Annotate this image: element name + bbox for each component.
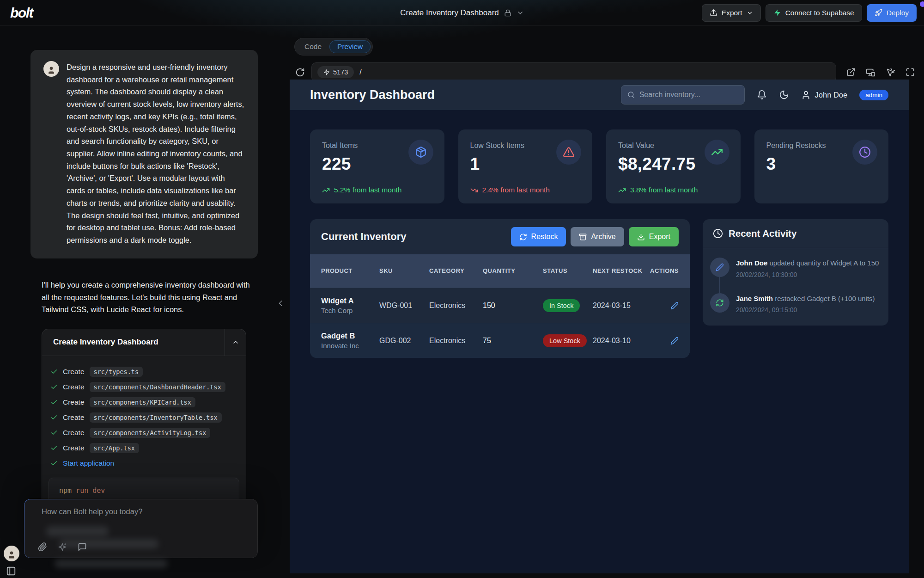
table-row[interactable]: Widget A Tech Corp WDG-001 Electronics 1… (310, 288, 690, 323)
step-file[interactable]: src/components/ActivityLog.tsx (90, 428, 211, 438)
bolt-logo[interactable]: bolt (7, 5, 33, 21)
artifact-step: Create src/components/ActivityLog.tsx (50, 425, 237, 441)
dark-mode-toggle-icon[interactable] (779, 90, 789, 100)
project-title-group[interactable]: Create Inventory Dashboard (400, 8, 524, 18)
project-title: Create Inventory Dashboard (400, 8, 499, 18)
redacted-text (55, 560, 168, 568)
export-button[interactable]: Export (629, 227, 679, 246)
user-avatar (43, 61, 59, 77)
cell-quantity[interactable]: 150 (483, 301, 543, 310)
step-file[interactable]: src/App.tsx (90, 443, 139, 453)
chevron-down-icon[interactable] (517, 9, 524, 17)
check-icon (50, 444, 58, 452)
search-icon (627, 91, 635, 99)
step-file[interactable]: src/components/KPICard.tsx (90, 397, 195, 407)
port-pill[interactable]: 5173 (317, 66, 354, 78)
step-action: Create (63, 383, 85, 391)
step-file[interactable]: src/components/DashboardHeader.tsx (90, 382, 225, 392)
user-message: Design a responsive and user-friendly in… (30, 50, 258, 258)
alert-triangle-icon (556, 140, 581, 165)
upload-icon (710, 9, 717, 17)
command-program: npm (59, 486, 72, 495)
tab-code[interactable]: Code (297, 40, 329, 53)
column-quantity: Quantity (483, 267, 543, 275)
supabase-label: Connect to Supabase (785, 9, 854, 17)
chat-input[interactable] (42, 507, 247, 526)
start-application-link[interactable]: Start application (63, 459, 114, 467)
deploy-button[interactable]: Deploy (867, 4, 917, 22)
top-bar: bolt Create Inventory Dashboard Export C… (0, 0, 924, 26)
url-path: / (359, 68, 361, 76)
preview-toolbar: 5173 / (295, 62, 918, 82)
artifact-step: Create src/App.tsx (50, 441, 237, 456)
column-status: Status (543, 267, 593, 275)
inspector-icon[interactable] (886, 68, 895, 77)
fullscreen-icon[interactable] (906, 68, 915, 77)
step-file[interactable]: src/components/InventoryTable.tsx (90, 412, 222, 423)
sidebar-toggle-icon[interactable] (6, 566, 16, 576)
cell-category: Electronics (429, 301, 483, 310)
port-number: 5173 (333, 68, 348, 76)
reload-icon[interactable] (295, 68, 305, 77)
activity-item: Jane Smith restocked Gadget B (+100 unit… (710, 293, 880, 314)
cell-quantity[interactable]: 75 (483, 337, 543, 345)
kpi-card-total-items: Total Items 225 5.2% from last month (310, 129, 444, 203)
edit-row-button[interactable] (670, 301, 679, 310)
cell-sku: WDG-001 (379, 301, 429, 310)
restock-label: Restock (531, 233, 558, 241)
activity-text: updated quantity of Widget A to 150 (770, 259, 879, 267)
activity-time: 20/02/2024, 10:30:00 (736, 271, 879, 278)
kpi-change-text: 5.2% from last month (334, 186, 401, 194)
chat-input-box[interactable] (24, 499, 258, 558)
private-lock-icon (504, 9, 511, 17)
account-avatar[interactable] (4, 546, 19, 561)
product-name: Widget A (321, 296, 379, 305)
pencil-icon (670, 301, 679, 310)
role-badge: admin (859, 90, 888, 100)
artifact-steps: Create src/types.ts Create src/component… (42, 356, 246, 474)
preview-address-bar[interactable]: 5173 / (311, 62, 836, 82)
activity-actor: John Doe (736, 259, 767, 267)
notification-dot (920, 1, 924, 7)
kpi-card-low-stock: Low Stock Items 1 2.4% from last month (458, 129, 593, 203)
artifact-card: Create Inventory Dashboard Create src/ty… (42, 329, 246, 511)
table-row[interactable]: Gadget B Innovate Inc GDG-002 Electronic… (310, 323, 690, 358)
chevron-up-icon (232, 338, 239, 346)
tab-preview[interactable]: Preview (329, 40, 371, 53)
download-icon (637, 233, 645, 241)
artifact-step: Create src/components/KPICard.tsx (50, 395, 237, 410)
clock-icon (713, 228, 723, 239)
status-badge: Low Stock (543, 334, 587, 347)
search-input[interactable] (639, 91, 738, 99)
open-external-icon[interactable] (846, 68, 856, 77)
export-label: Export (722, 9, 742, 17)
step-action: Create (63, 429, 85, 437)
connect-supabase-button[interactable]: Connect to Supabase (766, 4, 862, 22)
device-preview-icon[interactable] (866, 68, 875, 77)
check-icon (50, 460, 58, 467)
enhance-prompt-icon[interactable] (58, 542, 67, 552)
restock-button[interactable]: Restock (511, 227, 566, 246)
rocket-icon (875, 9, 882, 17)
edit-row-button[interactable] (670, 337, 679, 345)
collapse-artifact-button[interactable] (225, 329, 246, 356)
check-icon (50, 429, 58, 437)
artifact-step: Create src/components/InventoryTable.tsx (50, 410, 237, 425)
collapse-chat-handle[interactable] (274, 293, 287, 314)
artifact-step: Create src/types.ts (50, 364, 237, 380)
step-file[interactable]: src/types.ts (90, 367, 143, 377)
attach-file-icon[interactable] (38, 542, 47, 552)
export-button[interactable]: Export (702, 4, 761, 22)
user-message-text: Design a responsive and user-friendly in… (67, 61, 245, 246)
archive-button[interactable]: Archive (571, 227, 624, 246)
inventory-search[interactable] (621, 85, 745, 105)
user-menu[interactable]: John Doe (801, 90, 848, 100)
kpi-card-total-value: Total Value $8,247.75 3.8% from last mon… (606, 129, 741, 203)
trending-up-icon (705, 140, 729, 165)
column-next-restock: Next Restock (593, 267, 649, 275)
check-icon (50, 368, 58, 375)
archive-label: Archive (591, 233, 615, 241)
notifications-bell-icon[interactable] (757, 90, 767, 100)
chat-mode-icon[interactable] (78, 542, 87, 552)
user-name: John Doe (815, 91, 848, 99)
